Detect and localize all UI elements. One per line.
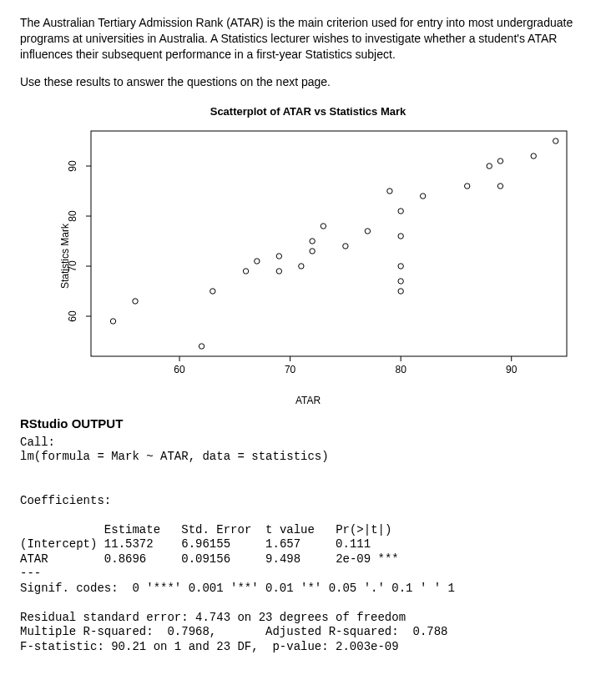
chart-y-axis-label: Statistics Mark <box>59 224 71 289</box>
svg-point-42 <box>531 153 536 158</box>
r-row-atar-se: 0.09156 <box>181 552 230 566</box>
svg-point-19 <box>199 343 204 348</box>
rstudio-output-heading: RStudio OUTPUT <box>20 416 596 431</box>
r-col-t: t value <box>265 523 315 536</box>
r-row-intercept-est: 11.5372 <box>104 537 154 551</box>
svg-point-34 <box>398 263 403 268</box>
svg-rect-0 <box>91 131 567 356</box>
svg-point-25 <box>299 263 304 268</box>
r-sep: --- <box>20 567 41 580</box>
svg-point-27 <box>310 238 315 243</box>
svg-point-37 <box>420 193 425 198</box>
r-residual: Residual standard error: 4.743 on 23 deg… <box>20 611 406 624</box>
r-row-atar-est: 0.8696 <box>104 552 146 566</box>
svg-point-23 <box>276 268 281 273</box>
r-coef-label: Coefficients: <box>20 494 111 507</box>
svg-point-26 <box>310 248 315 253</box>
r-rsquared: Multiple R-squared: 0.7968, Adjusted R-s… <box>20 625 447 638</box>
scatter-chart: Scatterplot of ATAR vs Statistics Mark S… <box>20 105 596 406</box>
svg-point-21 <box>243 268 248 273</box>
svg-text:70: 70 <box>285 364 296 375</box>
r-row-intercept-t: 1.657 <box>265 537 300 551</box>
svg-point-43 <box>553 138 558 143</box>
r-call-text: lm(formula = Mark ~ ATAR, data = statist… <box>20 450 329 463</box>
r-col-se: Std. Error <box>181 523 251 536</box>
svg-point-41 <box>497 183 502 188</box>
svg-point-28 <box>321 223 326 228</box>
r-row-intercept-name: (Intercept) <box>20 537 97 551</box>
svg-point-33 <box>398 278 403 283</box>
r-col-p: Pr(>|t|) <box>336 523 391 536</box>
svg-point-38 <box>464 183 469 188</box>
r-row-atar-name: ATAR <box>20 552 48 566</box>
chart-plot-area: Statistics Mark 6070809060708090 <box>33 123 583 390</box>
rstudio-output-block: Call: lm(formula = Mark ~ ATAR, data = s… <box>20 436 596 655</box>
svg-point-32 <box>398 288 403 293</box>
intro-text: The Australian Tertiary Admission Rank (… <box>20 15 596 90</box>
r-call-label: Call: <box>20 436 55 449</box>
svg-point-24 <box>276 253 281 258</box>
svg-point-40 <box>497 158 502 163</box>
svg-text:60: 60 <box>174 364 185 375</box>
svg-point-35 <box>398 233 403 238</box>
svg-text:90: 90 <box>506 364 518 375</box>
svg-text:80: 80 <box>395 364 406 375</box>
svg-point-36 <box>398 208 403 213</box>
svg-point-20 <box>210 288 215 293</box>
r-row-intercept-p: 0.111 <box>336 537 371 551</box>
chart-title: Scatterplot of ATAR vs Statistics Mark <box>20 105 596 118</box>
r-row-atar-t: 9.498 <box>265 552 300 566</box>
chart-svg: 6070809060708090 <box>33 123 583 390</box>
r-col-estimate: Estimate <box>104 523 160 536</box>
svg-point-22 <box>255 258 260 263</box>
r-row-atar-p: 2e-09 *** <box>336 552 399 566</box>
svg-text:60: 60 <box>67 310 78 322</box>
r-fstat: F-statistic: 90.21 on 1 and 23 DF, p-val… <box>20 640 399 653</box>
svg-point-17 <box>110 318 115 323</box>
svg-point-31 <box>387 188 392 193</box>
svg-point-39 <box>487 163 492 168</box>
intro-paragraph-2: Use these results to answer the question… <box>20 74 596 90</box>
r-signif-codes: Signif. codes: 0 '***' 0.001 '**' 0.01 '… <box>20 582 455 595</box>
svg-text:80: 80 <box>67 210 78 222</box>
chart-x-axis-label: ATAR <box>20 395 596 406</box>
r-row-intercept-se: 6.96155 <box>181 537 230 551</box>
svg-point-30 <box>365 228 370 233</box>
intro-paragraph-1: The Australian Tertiary Admission Rank (… <box>20 15 596 63</box>
svg-point-18 <box>133 298 138 303</box>
svg-point-29 <box>343 243 348 248</box>
svg-text:90: 90 <box>67 160 78 172</box>
